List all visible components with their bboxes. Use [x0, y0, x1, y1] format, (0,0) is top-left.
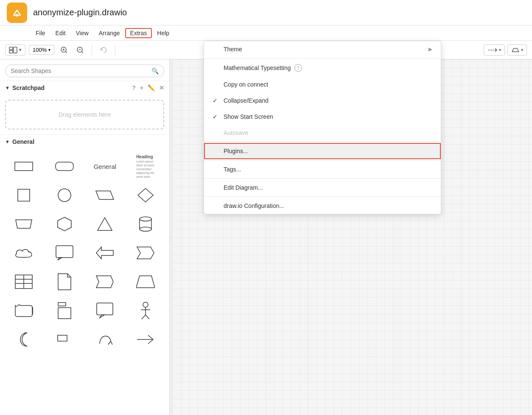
shape-chevron-right[interactable]	[87, 269, 124, 294]
svg-marker-19	[138, 188, 153, 202]
waypoint-button[interactable]: ▾	[507, 45, 527, 56]
menu-item-drawio-config[interactable]: draw.io Configuration...	[204, 198, 441, 214]
shape-arrow-right[interactable]	[127, 327, 164, 352]
menu-item-plugins[interactable]: Plugins...	[204, 143, 441, 159]
scratchpad-drag-label: Drag elements here	[59, 111, 111, 118]
shape-rectangle[interactable]	[5, 154, 42, 179]
scratchpad-toggle-icon: ▼	[5, 85, 10, 90]
shape-callout[interactable]	[87, 298, 124, 323]
start-screen-check: ✓	[213, 113, 218, 120]
text-label: General	[94, 163, 116, 170]
shape-cylinder[interactable]	[127, 211, 164, 237]
extras-menu: Theme ▶ Mathematical Typesetting ? Copy …	[204, 41, 441, 214]
svg-marker-20	[16, 220, 32, 228]
scratchpad-help-icon[interactable]: ?	[132, 84, 136, 91]
zoom-dropdown-arrow: ▾	[48, 48, 50, 52]
toolbar-separator-1	[92, 45, 92, 55]
shape-curved-arrow[interactable]	[87, 327, 124, 352]
svg-line-8	[66, 51, 67, 53]
show-start-screen-label: Show Start Screen	[224, 113, 273, 120]
divider-5	[204, 196, 441, 197]
shape-trapezoid2[interactable]	[127, 269, 164, 294]
collapse-check: ✓	[213, 97, 218, 104]
shape-hexagon[interactable]	[46, 211, 83, 237]
connection-style-button[interactable]: ▾	[484, 45, 505, 56]
zoom-control[interactable]: 100% ▾	[29, 45, 54, 55]
zoom-out-button[interactable]	[74, 44, 87, 56]
shape-wave-banner[interactable]	[5, 298, 42, 323]
search-input[interactable]	[11, 67, 151, 74]
undo-button[interactable]	[97, 44, 110, 56]
sidebar-search-section: 🔍	[0, 59, 169, 81]
shape-diamond[interactable]	[127, 182, 164, 208]
svg-point-23	[140, 217, 151, 221]
scratchpad-label: Scratchpad	[12, 84, 45, 91]
svg-marker-30	[137, 247, 154, 259]
menu-item-edit-diagram[interactable]: Edit Diagram...	[204, 179, 441, 196]
svg-marker-36	[136, 276, 155, 288]
shape-small-doc[interactable]	[46, 298, 83, 323]
svg-rect-27	[56, 246, 73, 258]
theme-label: Theme	[224, 46, 242, 53]
shape-table[interactable]	[5, 269, 42, 294]
menu-bar: File Edit View Arrange Extras Help	[0, 25, 532, 41]
svg-marker-28	[58, 258, 62, 260]
menu-item-collapse-expand[interactable]: ✓ Collapse/Expand	[204, 93, 441, 109]
svg-line-42	[142, 315, 146, 319]
svg-rect-15	[56, 162, 73, 171]
svg-marker-21	[58, 217, 71, 231]
menu-item-copy-connect[interactable]: Copy on connect	[204, 76, 441, 93]
svg-point-26	[140, 227, 151, 231]
svg-point-39	[143, 302, 148, 307]
svg-line-11	[82, 51, 84, 53]
math-label: Mathematical Typesetting	[224, 64, 291, 71]
shape-square[interactable]	[5, 182, 42, 208]
shape-text[interactable]: General	[87, 154, 124, 179]
menu-item-tags[interactable]: Tags...	[204, 161, 441, 177]
shape-rounded-rect[interactable]	[46, 154, 83, 179]
menu-item-theme[interactable]: Theme ▶	[204, 41, 441, 57]
menu-file[interactable]: File	[31, 28, 50, 38]
svg-rect-16	[18, 189, 30, 201]
diagram-layout-button[interactable]: ▾	[5, 45, 25, 56]
menu-view[interactable]: View	[71, 28, 94, 38]
scratchpad-header[interactable]: ▼ Scratchpad ? + ✏️ ✕	[0, 81, 169, 95]
shape-triangle[interactable]	[87, 211, 124, 237]
shape-chevron[interactable]	[127, 240, 164, 266]
menu-extras[interactable]: Extras	[125, 28, 152, 38]
scratchpad-drag-area[interactable]: Drag elements here	[5, 100, 164, 129]
menu-item-math-typesetting[interactable]: Mathematical Typesetting ?	[204, 59, 441, 76]
divider-4	[204, 178, 441, 179]
shape-comment[interactable]	[46, 240, 83, 266]
menu-help[interactable]: Help	[152, 28, 174, 38]
edit-diagram-label: Edit Diagram...	[224, 184, 263, 191]
shape-circle[interactable]	[46, 182, 83, 208]
menu-edit[interactable]: Edit	[50, 28, 71, 38]
shape-cloud[interactable]	[5, 240, 42, 266]
scratchpad-add-icon[interactable]: +	[140, 84, 143, 91]
title-bar: anonymize-plugin.drawio	[0, 0, 532, 25]
general-label: General	[12, 138, 34, 145]
shape-small-rect[interactable]	[46, 327, 83, 352]
svg-rect-3	[9, 50, 13, 53]
shape-page[interactable]	[46, 269, 83, 294]
plugins-label: Plugins...	[224, 148, 248, 154]
menu-item-show-start-screen[interactable]: ✓ Show Start Screen	[204, 109, 441, 125]
scratchpad-edit-icon[interactable]: ✏️	[148, 84, 155, 91]
divider-1	[204, 58, 441, 59]
svg-rect-2	[9, 47, 13, 50]
shape-parallelogram[interactable]	[87, 182, 124, 208]
search-input-wrap[interactable]: 🔍	[5, 64, 164, 77]
scratchpad-close-icon[interactable]: ✕	[159, 84, 164, 91]
general-header[interactable]: ▼ General	[0, 135, 169, 149]
shape-person[interactable]	[127, 298, 164, 323]
shape-heading[interactable]: Heading Lorem ipsum dolor sit amet conse…	[127, 154, 164, 179]
menu-item-autosave: Autosave	[204, 125, 441, 141]
zoom-in-button[interactable]	[58, 44, 70, 56]
menu-arrange[interactable]: Arrange	[94, 28, 125, 38]
shape-moon[interactable]	[5, 327, 42, 352]
scratchpad-section: ▼ Scratchpad ? + ✏️ ✕ Drag elements here	[0, 81, 169, 135]
shape-arrow-left[interactable]	[87, 240, 124, 266]
shape-trapezoid[interactable]	[5, 211, 42, 237]
autosave-label: Autosave	[224, 129, 248, 136]
